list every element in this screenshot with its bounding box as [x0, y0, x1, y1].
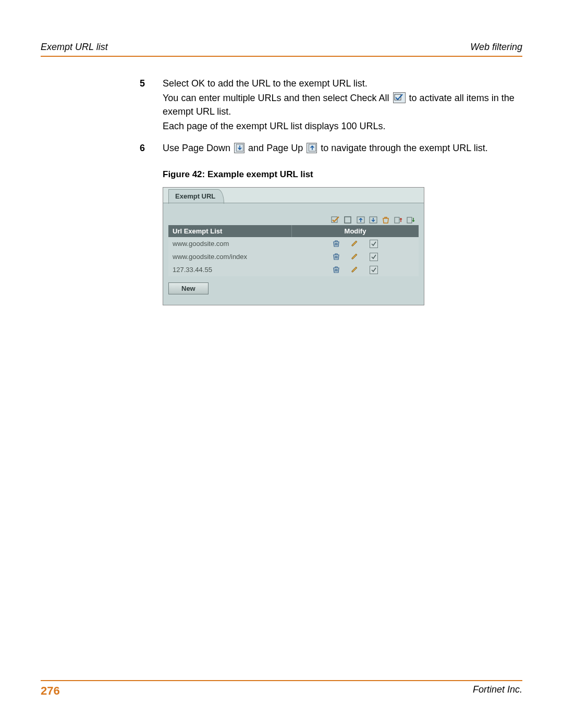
page-header: Exempt URL list Web filtering: [41, 42, 522, 57]
page-footer: 276 Fortinet Inc.: [41, 680, 522, 698]
step6-line1: Use Page Down and Page Up: [163, 141, 522, 155]
page-down-icon: [234, 143, 244, 153]
edit-icon[interactable]: [351, 253, 359, 261]
header-right: Web filtering: [470, 42, 522, 53]
step6-pre: Use Page Down: [163, 143, 233, 153]
row-url: www.goodsite.com: [168, 239, 291, 249]
row-actions: [291, 240, 419, 248]
row-checkbox[interactable]: [370, 240, 378, 248]
step-5: 5 Select OK to add the URL to the exempt…: [41, 77, 522, 134]
check-all-icon[interactable]: [331, 216, 340, 224]
step-number: 6: [41, 141, 163, 156]
check-all-icon: [393, 92, 406, 103]
page-up-icon: [307, 143, 317, 153]
new-button-row: New: [168, 276, 419, 298]
delete-icon[interactable]: [332, 253, 340, 261]
table-row: www.goodsite.com: [168, 237, 419, 250]
table-row: 127.33.44.55: [168, 263, 419, 276]
panel-inner: Url Exempt List Modify www.goodsite.com …: [168, 215, 419, 298]
figure-caption: Figure 42: Example exempt URL list: [163, 169, 522, 180]
footer-company: Fortinet Inc.: [473, 684, 522, 695]
step6-post: to navigate through the exempt URL list.: [321, 143, 488, 153]
step5-line1: Select OK to add the URL to the exempt U…: [163, 77, 522, 90]
step5-line2-pre: You can enter multiple URLs and then sel…: [163, 93, 392, 103]
step5-line2: You can enter multiple URLs and then sel…: [163, 91, 522, 118]
step-number: 5: [41, 77, 163, 134]
row-actions: [291, 266, 419, 274]
panel-toolbar: [168, 215, 419, 225]
table-row: www.goodsite.com/index: [168, 250, 419, 263]
page-up-icon[interactable]: [356, 216, 365, 224]
row-checkbox[interactable]: [370, 253, 378, 261]
column-modify-header: Modify: [292, 225, 419, 237]
grid-body: www.goodsite.com www.goodsite.com/index: [168, 237, 419, 276]
uncheck-all-icon[interactable]: [344, 216, 353, 224]
step6-mid: and Page Up: [248, 143, 305, 153]
edit-icon[interactable]: [351, 266, 359, 274]
svg-rect-4: [345, 217, 351, 223]
delete-icon[interactable]: [332, 240, 340, 248]
step-content: Use Page Down and Page Up: [163, 141, 522, 156]
step5-line3: Each page of the exempt URL list display…: [163, 119, 522, 133]
tab-strip: Exempt URL: [163, 188, 424, 203]
edit-icon[interactable]: [351, 240, 359, 248]
delete-icon[interactable]: [332, 266, 340, 274]
page-body: 5 Select OK to add the URL to the exempt…: [41, 57, 522, 305]
svg-rect-8: [407, 217, 412, 223]
row-url: www.goodsite.com/index: [168, 252, 291, 262]
row-actions: [291, 253, 419, 261]
grid-header: Url Exempt List Modify: [168, 225, 419, 237]
svg-rect-7: [395, 217, 399, 223]
header-left: Exempt URL list: [41, 42, 108, 53]
exempt-url-panel: Exempt URL: [163, 187, 424, 305]
upload-icon[interactable]: [394, 216, 403, 224]
page-number: 276: [41, 684, 60, 698]
download-icon[interactable]: [406, 216, 415, 224]
tab-exempt-url[interactable]: Exempt URL: [168, 189, 224, 204]
page-down-icon[interactable]: [369, 216, 378, 224]
row-url: 127.33.44.55: [168, 265, 291, 275]
new-button[interactable]: New: [168, 282, 209, 294]
row-checkbox[interactable]: [370, 266, 378, 274]
step-6: 6 Use Page Down and Page Up: [41, 141, 522, 156]
delete-all-icon[interactable]: [381, 216, 390, 224]
column-url-header: Url Exempt List: [168, 225, 292, 237]
step-content: Select OK to add the URL to the exempt U…: [163, 77, 522, 134]
